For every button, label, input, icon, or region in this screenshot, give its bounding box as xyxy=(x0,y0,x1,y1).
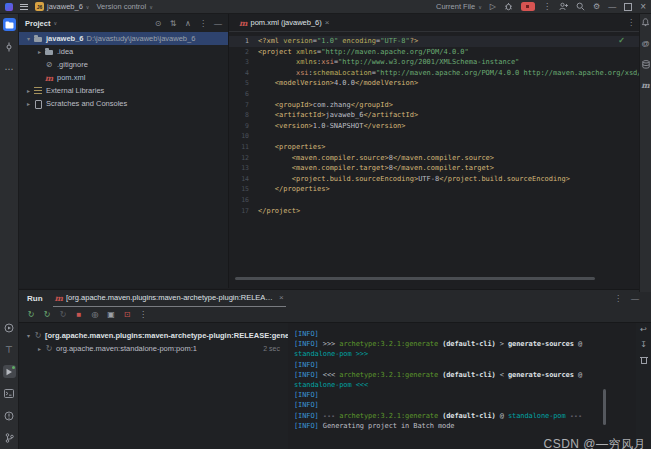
tree-item[interactable]: ▸.idea xyxy=(19,45,228,58)
locate-file-icon[interactable]: ⊙ xyxy=(154,19,162,28)
add-user-icon[interactable] xyxy=(559,2,568,11)
run-tab[interactable]: m [org.apache.maven.plugins:maven-archet… xyxy=(53,290,286,307)
code-line[interactable]: 1<?xml version="1.0" encoding="UTF-8"?> xyxy=(229,36,639,47)
more-options-icon[interactable]: ⋮ xyxy=(139,310,147,319)
run-configuration-widget[interactable]: Current File ∨ xyxy=(436,2,482,11)
code-line[interactable]: 5 <modelVersion>4.0.0</modelVersion> xyxy=(229,78,639,89)
console-line: standalone-pom <<< xyxy=(294,380,630,390)
console-vertical-scrollbar[interactable] xyxy=(603,389,606,425)
code-line[interactable]: 15 </properties> xyxy=(229,184,639,195)
structure-tool-icon[interactable]: ⊤ xyxy=(3,343,16,356)
problems-tool-icon[interactable] xyxy=(3,409,16,422)
soft-wrap-icon[interactable]: ↩ xyxy=(640,325,648,334)
database-icon[interactable] xyxy=(642,60,650,69)
tree-item[interactable]: ⊘.gitignore xyxy=(19,58,228,71)
progress-icon: ↻ xyxy=(33,331,43,340)
more-options-icon[interactable]: ⋮ xyxy=(614,294,622,303)
code-line[interactable]: 17</project> xyxy=(229,206,639,217)
chevron-down-icon: ∨ xyxy=(478,4,482,10)
tree-item[interactable]: ▸External Libraries xyxy=(19,84,228,97)
git-branch-icon[interactable] xyxy=(3,431,16,444)
console-line: [INFO] xyxy=(294,360,630,370)
services-tool-icon[interactable] xyxy=(3,321,16,334)
tree-item[interactable]: ▾javaweb_6D:\javastudy\javaweb\javaweb_6 xyxy=(19,32,228,45)
chevron-down-icon[interactable]: ▾ xyxy=(24,332,33,339)
code-line[interactable]: 11 <properties> xyxy=(229,142,639,153)
hide-panel-icon[interactable]: — xyxy=(214,19,222,28)
tab-options-icon[interactable]: ⋮ xyxy=(627,18,635,27)
project-widget[interactable]: J6 javaweb_6 ∨ xyxy=(35,2,90,11)
run-panel-title[interactable]: Run xyxy=(27,294,43,303)
main-menu-icon[interactable] xyxy=(20,4,28,10)
chevron-right-icon[interactable]: ▸ xyxy=(24,100,33,107)
run-button[interactable]: ▷ xyxy=(490,2,496,11)
console-line: [INFO] --- archetype:3.2.1:generate (def… xyxy=(294,411,630,421)
close-tab-icon[interactable]: × xyxy=(325,18,330,27)
tree-item[interactable]: mpom.xml xyxy=(19,71,228,84)
code-line[interactable]: 6 xyxy=(229,89,639,100)
code-line[interactable]: 3 xmlns:xsi="http://www.w3.org/2001/XMLS… xyxy=(229,57,639,68)
resume-icon[interactable]: ↻ xyxy=(59,310,67,319)
code-line[interactable]: 16 xyxy=(229,195,639,206)
project-tool-icon[interactable] xyxy=(3,18,16,31)
code-line[interactable]: 7 <groupId>com.zhang</groupId> xyxy=(229,100,639,111)
code-line[interactable]: 14 <project.build.sourceEncoding>UTF-8</… xyxy=(229,174,639,185)
inspection-status-icon[interactable]: ✓ xyxy=(618,36,625,45)
chevron-right-icon[interactable]: ▸ xyxy=(24,87,33,94)
code-line[interactable]: 4 xsi:schemaLocation="http://maven.apach… xyxy=(229,68,639,79)
run-tool-icon[interactable] xyxy=(3,365,16,378)
editor-tab-pom[interactable]: m pom.xml (javaweb_6) × xyxy=(233,14,335,31)
hide-panel-icon[interactable]: — xyxy=(631,294,639,303)
maven-file-icon: m xyxy=(239,18,247,28)
run-tree-label: org.apache.maven:standalone-pom:pom:1 xyxy=(56,344,197,353)
stop-icon[interactable]: ■ xyxy=(75,310,83,319)
close-run-tab-icon[interactable]: × xyxy=(279,293,284,302)
chevron-right-icon[interactable]: ▸ xyxy=(35,48,44,55)
console-line: [INFO] xyxy=(294,400,630,410)
code-line[interactable]: 10 xyxy=(229,131,639,142)
collapse-all-icon[interactable]: ∧ xyxy=(184,19,192,28)
chevron-right-icon[interactable]: ▸ xyxy=(35,345,44,352)
chevron-down-icon[interactable]: ▾ xyxy=(24,35,33,42)
code-line[interactable]: 8 <artifactId>javaweb_6</artifactId> xyxy=(229,110,639,121)
more-actions-icon[interactable]: ⋮ xyxy=(543,2,551,11)
settings-gear-icon[interactable]: ⚙ xyxy=(593,2,600,11)
project-panel-title[interactable]: Project xyxy=(25,19,50,28)
pin-icon[interactable]: ⊡ xyxy=(123,310,131,319)
ai-assistant-icon[interactable]: @ xyxy=(641,39,649,48)
commit-tool-icon[interactable] xyxy=(3,40,16,53)
code-line[interactable]: 12 <maven.compiler.source>8</maven.compi… xyxy=(229,153,639,164)
window-close-button[interactable]: × xyxy=(640,2,646,11)
snapshot-icon[interactable]: ▣ xyxy=(107,310,115,319)
code-line[interactable]: 2<project xmlns="http://maven.apache.org… xyxy=(229,47,639,58)
rerun-icon[interactable]: ↻ xyxy=(27,310,35,319)
preview-icon[interactable]: ◎ xyxy=(91,310,99,319)
debug-button[interactable] xyxy=(504,2,513,11)
console-line: [INFO] xyxy=(294,329,630,339)
window-maximize-button[interactable] xyxy=(624,3,632,11)
more-options-icon[interactable]: ⋮ xyxy=(199,19,207,28)
editor-horizontal-scrollbar[interactable] xyxy=(235,277,595,280)
window-minimize-button[interactable]: — xyxy=(608,2,616,11)
maven-tool-icon[interactable]: m xyxy=(641,81,649,90)
console-output[interactable]: [INFO][INFO] >>> archetype:3.2.1:generat… xyxy=(288,323,636,449)
search-icon[interactable] xyxy=(576,2,585,11)
run-tree-item[interactable]: ▾↻[org.apache.maven.plugins:maven-archet… xyxy=(19,329,288,342)
terminal-tool-icon[interactable] xyxy=(3,387,16,400)
notifications-bell-icon[interactable] xyxy=(641,18,650,27)
run-tree-item[interactable]: ▸↻org.apache.maven:standalone-pom:pom:12… xyxy=(19,342,288,355)
code-line[interactable]: 13 <maven.compiler.target>8</maven.compi… xyxy=(229,163,639,174)
expand-all-icon[interactable]: ⇅ xyxy=(169,19,177,28)
tree-item[interactable]: ▸Scratches and Consoles xyxy=(19,97,228,110)
tree-item-label: pom.xml xyxy=(57,73,85,82)
scroll-to-end-icon[interactable]: ↧ xyxy=(640,340,648,349)
tree-item-label: javaweb_6 xyxy=(46,34,84,43)
right-activity-bar: @ m xyxy=(639,14,651,292)
clear-all-icon[interactable] xyxy=(640,355,648,364)
code-line[interactable]: 9 <version>1.0-SNAPSHOT</version> xyxy=(229,121,639,132)
more-tools-icon[interactable]: ⋯ xyxy=(3,62,16,75)
project-panel: Project ∨ ⊙⇅∧⋮— ▾javaweb_6D:\javastudy\j… xyxy=(19,14,229,288)
version-control-widget[interactable]: Version control ∨ xyxy=(97,2,153,11)
stop-button[interactable] xyxy=(521,2,535,11)
rerun-failed-icon[interactable]: ↻ xyxy=(43,310,51,319)
